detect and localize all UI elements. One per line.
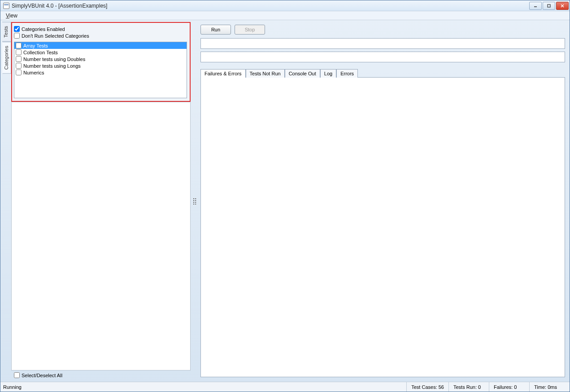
left-pane: Tests Categories Categories Enabled Don'… xyxy=(2,22,191,380)
statusbar: Running Test Cases: 56 Tests Run: 0 Fail… xyxy=(0,382,570,392)
splitter-grip-icon: ⣿ xyxy=(192,197,196,205)
category-item[interactable]: Number tests using Longs xyxy=(14,62,187,69)
close-button[interactable] xyxy=(556,2,569,10)
app-icon xyxy=(3,3,9,9)
tab-categories[interactable]: Categories xyxy=(2,42,11,74)
titlebar[interactable]: SimplyVBUnit 4.0 - [AssertionExamples] xyxy=(0,0,570,11)
tab-tests-not-run[interactable]: Tests Not Run xyxy=(246,69,285,78)
menubar: View xyxy=(0,11,570,20)
tab-tests[interactable]: Tests xyxy=(2,22,11,42)
right-pane: Run Stop Failures & Errors Tests Not Run… xyxy=(198,22,568,380)
category-checkbox[interactable] xyxy=(16,43,22,48)
svg-rect-1 xyxy=(548,4,550,7)
tab-log[interactable]: Log xyxy=(320,69,336,78)
menu-view[interactable]: View xyxy=(3,12,20,20)
test-tree-area[interactable] xyxy=(11,102,191,370)
status-time: Time: 0ms xyxy=(529,382,570,392)
category-checkbox[interactable] xyxy=(16,49,22,55)
splitter[interactable]: ⣿ xyxy=(191,22,198,380)
window-title: SimplyVBUnit 4.0 - [AssertionExamples] xyxy=(12,3,529,9)
category-label: Number tests using Doubles xyxy=(23,57,85,62)
categories-panel: Categories Enabled Don't Run Selected Ca… xyxy=(11,22,191,102)
tab-console-out[interactable]: Console Out xyxy=(285,69,320,78)
run-button[interactable]: Run xyxy=(200,25,231,35)
status-failures: Failures: 0 xyxy=(489,382,529,392)
category-label: Numerics xyxy=(23,70,44,75)
categories-enabled-checkbox[interactable] xyxy=(14,26,20,32)
category-checkbox[interactable] xyxy=(16,56,22,62)
dont-run-selected-checkbox[interactable] xyxy=(14,33,20,39)
progress-bar-1 xyxy=(200,38,565,49)
content-area: Tests Categories Categories Enabled Don'… xyxy=(0,20,570,382)
category-list[interactable]: Array TestsCollection TestsNumber tests … xyxy=(14,42,187,98)
side-tab-strip: Tests Categories xyxy=(2,22,11,102)
category-item[interactable]: Array Tests xyxy=(14,42,187,49)
status-running: Running xyxy=(0,382,406,392)
status-tests-run: Tests Run: 0 xyxy=(448,382,489,392)
category-label: Array Tests xyxy=(23,43,48,48)
stop-button[interactable]: Stop xyxy=(235,25,265,35)
results-tab-strip: Failures & Errors Tests Not Run Console … xyxy=(200,69,565,77)
minimize-button[interactable] xyxy=(529,2,542,10)
category-item[interactable]: Numerics xyxy=(14,69,187,76)
results-body[interactable] xyxy=(200,77,565,377)
category-checkbox[interactable] xyxy=(16,63,22,69)
select-all-checkbox[interactable] xyxy=(14,372,20,378)
maximize-button[interactable] xyxy=(543,2,555,10)
status-test-cases: Test Cases: 56 xyxy=(406,382,448,392)
category-item[interactable]: Number tests using Doubles xyxy=(14,56,187,62)
dont-run-selected-option[interactable]: Don't Run Selected Categories xyxy=(14,32,187,39)
tab-errors[interactable]: Errors xyxy=(336,69,358,78)
category-label: Collection Tests xyxy=(23,50,58,55)
tab-failures-errors[interactable]: Failures & Errors xyxy=(200,69,246,78)
progress-bar-2 xyxy=(200,52,565,62)
category-checkbox[interactable] xyxy=(16,70,22,75)
categories-enabled-option[interactable]: Categories Enabled xyxy=(14,26,187,32)
category-label: Number tests using Longs xyxy=(23,63,81,69)
select-all-row[interactable]: Select/Deselect All xyxy=(11,370,191,380)
app-window: SimplyVBUnit 4.0 - [AssertionExamples] V… xyxy=(0,0,570,392)
category-item[interactable]: Collection Tests xyxy=(14,49,187,56)
